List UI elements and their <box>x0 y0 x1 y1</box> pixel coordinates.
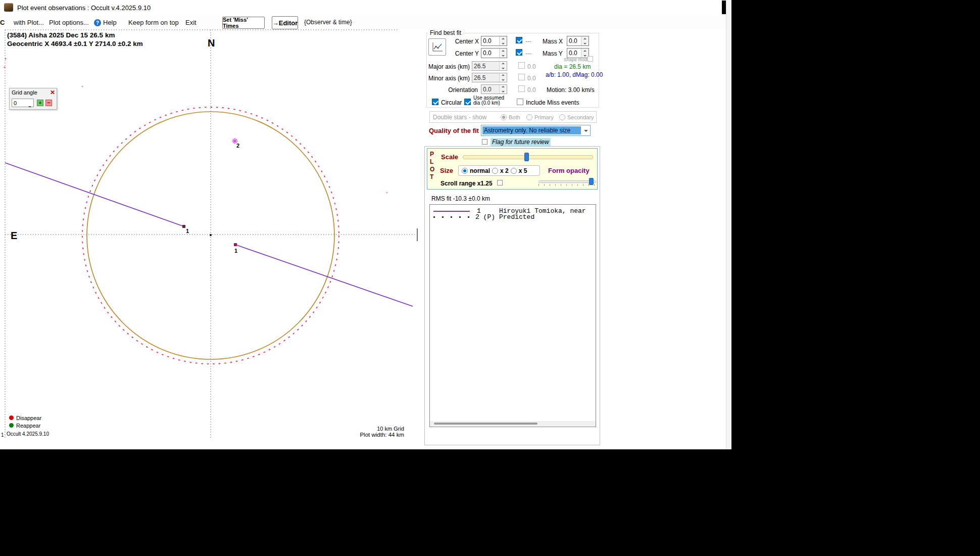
fit-chart-button[interactable] <box>428 38 446 56</box>
size-x2-label: x 2 <box>500 167 509 174</box>
grid-angle-minus-button[interactable]: − <box>45 100 52 106</box>
bottom-edge-fragment: 1 <box>1 432 4 438</box>
include-miss-checkbox[interactable] <box>517 99 523 105</box>
mass-y-label: Mass Y <box>543 50 563 57</box>
close-icon[interactable]: ✕ <box>50 89 55 96</box>
event-header-line1: (3584) Aisha 2025 Dec 15 26.5 km <box>7 31 115 39</box>
quality-label: Quality of the fit <box>429 127 479 134</box>
form-opacity-label[interactable]: Form opacity <box>548 167 590 174</box>
double-stars-primary-radio[interactable] <box>526 114 532 120</box>
major-axis-input[interactable]: 26.5 <box>472 61 507 71</box>
double-stars-both-radio[interactable] <box>501 114 507 120</box>
plot-width-label: Plot width: 44 km <box>333 432 404 438</box>
mass-x-input[interactable]: 0.0 <box>567 36 589 46</box>
chart-icon <box>431 41 444 53</box>
spinner-buttons[interactable] <box>581 36 589 45</box>
spinner-buttons[interactable] <box>499 62 507 70</box>
spinner-buttons[interactable] <box>499 73 507 82</box>
size-x5-radio[interactable] <box>511 168 517 174</box>
grid-angle-select[interactable]: 0 <box>12 99 34 107</box>
orientation-input[interactable]: 0.0 <box>481 84 507 94</box>
scale-slider-thumb[interactable] <box>524 153 529 161</box>
grid-angle-value: 0 <box>12 100 27 106</box>
screen: { "window": {"title": "Plot event observ… <box>0 0 980 556</box>
motion-text: Motion: 3.00 km/s <box>547 86 595 94</box>
double-stars-secondary-label: Secondary <box>567 114 594 120</box>
center-x-input[interactable]: 0.0 <box>481 36 507 46</box>
scroll-range-label: Scroll range x1.25 <box>440 180 493 187</box>
opacity-slider-thumb[interactable] <box>589 178 594 185</box>
minor-axis-label: Minor axis (km) <box>427 75 470 82</box>
double-stars-secondary-radio[interactable] <box>559 114 565 120</box>
obs-num[interactable]: 2 (P) <box>475 213 495 221</box>
minor-axis-checkbox[interactable] <box>518 74 525 80</box>
grid-angle-title: Grid angle <box>12 89 37 96</box>
chord-segment-2 <box>235 245 413 306</box>
major-axis-label: Major axis (km) <box>427 63 470 70</box>
size-normal-radio[interactable] <box>462 168 468 174</box>
grid-angle-panel: Grid angle ✕ 0 + − <box>9 88 57 110</box>
legend-reappear: Reappear <box>9 422 40 429</box>
mass-x-label: Mass X <box>543 38 563 45</box>
center-y-checkbox[interactable] <box>516 49 522 56</box>
list-horizontal-scrollbar[interactable] <box>430 421 596 426</box>
point-label-2: 2 <box>236 143 239 149</box>
observations-listbox[interactable] <box>429 204 596 427</box>
quality-selected-value: Astrometry only. No reliable size <box>482 126 581 134</box>
disappear-marker <box>182 225 185 228</box>
grid-angle-plus-button[interactable]: + <box>37 100 43 106</box>
size-x5-label: x 5 <box>519 167 527 174</box>
scrollbar-thumb[interactable] <box>434 423 537 425</box>
minor-axis-alt: 0.0 <box>527 75 536 82</box>
stray-dot <box>386 192 387 193</box>
quality-combobox[interactable]: Astrometry only. No reliable size <box>481 125 591 136</box>
plot-letter-p: P <box>430 151 434 158</box>
center-x-checkbox[interactable] <box>516 37 522 43</box>
major-axis-checkbox[interactable] <box>518 62 525 69</box>
size-normal-label: normal <box>470 167 490 174</box>
flag-review-checkbox[interactable] <box>482 139 487 145</box>
orientation-checkbox[interactable] <box>518 85 525 92</box>
circular-checkbox[interactable] <box>432 99 438 105</box>
reappear-marker <box>234 243 237 246</box>
disappear-label: Disappear <box>16 415 41 421</box>
use-assumed-checkbox[interactable] <box>464 99 471 105</box>
plot-letter-o: O <box>430 166 434 173</box>
reappear-label: Reappear <box>16 423 40 429</box>
obs-line-sample-dotted <box>433 216 471 218</box>
chevron-down-icon <box>582 125 590 135</box>
minor-axis-input[interactable]: 26.5 <box>472 73 507 82</box>
east-label: E <box>11 230 17 242</box>
window-right-scrollbar[interactable] <box>726 0 731 449</box>
center-x-label: Center X <box>454 38 479 45</box>
center-y-label: Center Y <box>454 50 479 57</box>
shape-model-checkbox[interactable] <box>587 56 593 62</box>
circular-label: Circular <box>441 99 462 106</box>
north-label: N <box>208 37 215 49</box>
stray-dot <box>4 66 5 68</box>
obs-name[interactable]: Predicted <box>499 213 534 221</box>
shape-model-label: Shape model <box>564 57 591 62</box>
scroll-range-checkbox[interactable] <box>497 180 503 186</box>
plot-canvas[interactable] <box>0 0 731 449</box>
spinner-buttons[interactable] <box>499 36 507 45</box>
use-assumed-label: Use assumeddia (0.0 km) <box>473 96 504 106</box>
diameter-text: dia = 26.5 km <box>554 63 591 70</box>
point-label-1a: 1 <box>186 228 189 234</box>
double-stars-label: Double stars - show <box>433 114 486 121</box>
plot-letter-t: T <box>430 173 433 180</box>
center-y-input[interactable]: 0.0 <box>481 48 507 58</box>
spinner-buttons[interactable] <box>499 49 507 58</box>
opacity-slider-ticks <box>538 184 596 186</box>
spinner-buttons[interactable] <box>499 85 507 94</box>
grid-scale-label: 10 km Grid <box>333 426 404 432</box>
flag-review-label: Flag for future review <box>491 138 551 146</box>
center-x-dashes: --- <box>525 38 531 45</box>
double-stars-primary-label: Primary <box>534 114 554 120</box>
stray-dot <box>5 58 6 59</box>
mass-y-input[interactable]: 0.0 <box>567 48 589 58</box>
size-x2-radio[interactable] <box>492 168 498 174</box>
opacity-slider[interactable] <box>538 180 596 183</box>
plot-letter-l: L <box>430 158 433 165</box>
reappear-dot-icon <box>9 423 14 428</box>
